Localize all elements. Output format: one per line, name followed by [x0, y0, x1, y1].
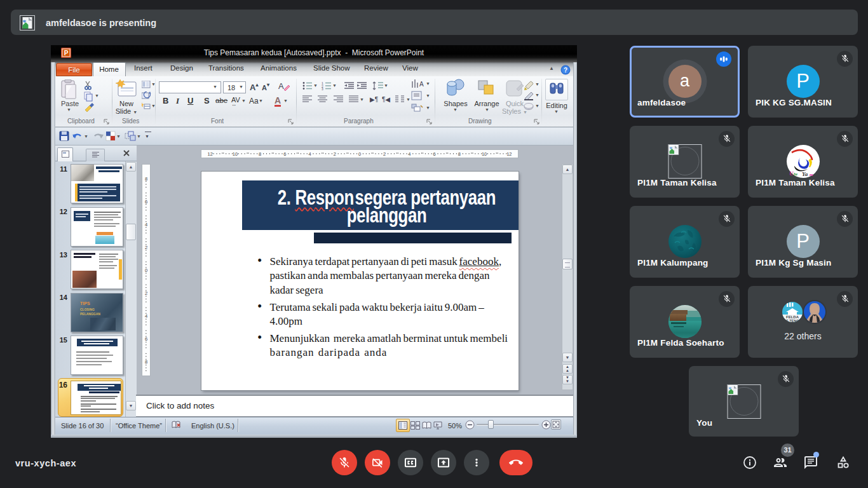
svg-text:G.TENG: G.TENG: [785, 318, 799, 322]
svg-text:U: U: [789, 170, 794, 177]
svg-text:m: m: [810, 172, 813, 177]
svg-text:Ya: Ya: [802, 171, 808, 177]
svg-text:lu: lu: [794, 172, 797, 177]
